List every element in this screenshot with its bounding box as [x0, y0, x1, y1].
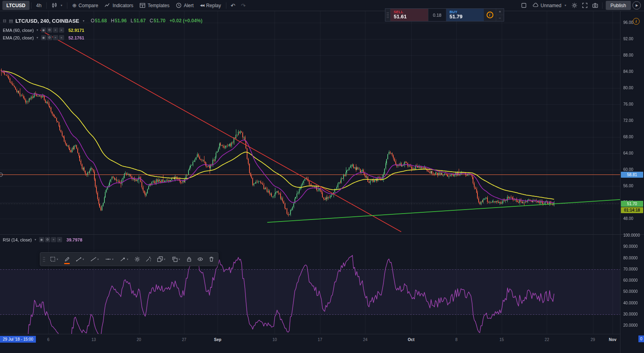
cloud-layout-button[interactable]: Unnamed ▾: [529, 1, 569, 10]
fullscreen-button[interactable]: [580, 1, 590, 10]
drag-handle[interactable]: [41, 253, 47, 265]
close-icon[interactable]: ×: [57, 237, 62, 242]
indicator-ema20[interactable]: EMA (20, close) ▾ ◉ ⚙ + × 52.1761: [3, 34, 202, 41]
indicator-rsi[interactable]: RSI (14, close) ▾ ◉ ⚙ + × 39.7978: [3, 236, 82, 243]
add-icon[interactable]: +: [53, 27, 58, 33]
close-icon[interactable]: ×: [59, 27, 64, 33]
horizontal-line-tool-button[interactable]: ▾: [102, 253, 117, 265]
countdown-tag: 01:14:18: [621, 207, 643, 213]
open-label: O: [91, 18, 94, 24]
top-toolbar: LTCUSD 4h ▾ ⊕ Compare Indicators Templat…: [0, 0, 644, 11]
minus-button[interactable]: −: [496, 15, 504, 21]
add-icon[interactable]: +: [51, 237, 56, 242]
layers-icon: [157, 256, 163, 262]
delete-button[interactable]: [206, 253, 217, 265]
selection-icon: [50, 256, 56, 262]
data-warning-icon[interactable]: i: [633, 18, 640, 25]
rsi-axis-label: 70.0000: [623, 267, 638, 271]
brush-tool-button[interactable]: [61, 253, 73, 265]
trend-line-tool-button[interactable]: ▾: [73, 253, 87, 265]
chart-style-button[interactable]: ▾: [48, 1, 65, 10]
chart-canvas[interactable]: [0, 11, 644, 353]
price-axis-label: 64.00: [623, 151, 633, 155]
buy-button[interactable]: BUY 51.79: [446, 9, 484, 21]
arrow-line-tool-button[interactable]: ▾: [117, 253, 132, 265]
grip-dots-icon: [43, 256, 45, 263]
indicator-ema60[interactable]: EMA (60, close) ▾ ◉ ⚙ + × 52.9171: [3, 27, 202, 33]
time-range-tag: 29 Jul '18 - 15:00: [0, 336, 36, 343]
gear-icon[interactable]: ⚙: [45, 237, 50, 242]
chevron-down-icon: ▾: [164, 258, 165, 261]
chart-area: ⊟ ▤ LTC/USD, 240, COINBASE ▾ O51.68 H51.…: [0, 11, 644, 353]
price-axis[interactable]: 96.0092.0088.0084.0080.0076.0072.0068.00…: [620, 11, 644, 353]
play-icon: ▶: [636, 4, 638, 7]
ema60-value: 52.9171: [69, 28, 84, 33]
pane-style-icon[interactable]: ▤: [9, 18, 13, 24]
undo-button[interactable]: ↶: [228, 1, 238, 10]
sell-button[interactable]: SELL 51.61: [391, 9, 428, 21]
gear-icon[interactable]: ⚙: [47, 27, 52, 33]
redo-button[interactable]: ↷: [238, 1, 249, 10]
play-button[interactable]: ▶: [632, 1, 641, 10]
close-label: C: [150, 18, 153, 24]
time-axis-label: 8: [455, 337, 457, 342]
alert-clock-icon: [176, 2, 182, 8]
separator: [67, 2, 67, 9]
plus-button[interactable]: +: [496, 9, 504, 15]
extended-line-tool-button[interactable]: ▾: [87, 253, 102, 265]
magic-tool-button[interactable]: [143, 253, 154, 265]
time-axis[interactable]: 29 Jul '18 - 15:00 6132027Sep101724Oct81…: [0, 334, 620, 353]
templates-button[interactable]: Templates: [136, 1, 173, 10]
chevron-down-icon: ▾: [57, 258, 58, 261]
price-axis-label: 56.00: [623, 184, 633, 188]
level-price-tag[interactable]: 58.81: [621, 172, 643, 178]
gear-icon[interactable]: ⚙: [47, 35, 52, 40]
layout-grid-button[interactable]: [519, 1, 529, 10]
grip-dots-icon: [386, 12, 389, 19]
drag-handle[interactable]: [385, 9, 391, 21]
compare-button[interactable]: ⊕ Compare: [69, 1, 101, 10]
chart-title[interactable]: LTC/USD, 240, COINBASE: [16, 18, 79, 24]
symbol-button[interactable]: LTCUSD: [2, 1, 29, 10]
replay-button[interactable]: ◀◀ Replay: [197, 1, 224, 10]
time-axis-label: 22: [545, 337, 549, 342]
hide-button[interactable]: [194, 253, 206, 265]
clone-button[interactable]: ▾: [169, 253, 183, 265]
chevron-down-icon: ▾: [179, 258, 180, 261]
screenshot-button[interactable]: [590, 1, 601, 10]
order-info-button[interactable]: i: [484, 9, 496, 21]
eye-icon[interactable]: ◉: [39, 237, 44, 242]
close-icon[interactable]: ×: [59, 35, 64, 40]
rsi-axis-label: 30.0000: [623, 312, 638, 316]
order-panel: SELL 51.61 0.18 BUY 51.79 i + −: [385, 8, 504, 22]
drawing-settings-button[interactable]: [132, 253, 143, 265]
indicators-button[interactable]: Indicators: [101, 1, 136, 10]
eye-icon[interactable]: ◉: [41, 27, 46, 33]
compare-plus-icon: ⊕: [72, 3, 77, 8]
high-value: 51.96: [115, 18, 127, 24]
spread-value: 0.18: [428, 9, 446, 21]
chevron-down-icon: ▾: [565, 4, 566, 7]
alert-button[interactable]: Alert: [173, 1, 197, 10]
cursor-tool-button[interactable]: ▾: [47, 253, 61, 265]
eye-icon[interactable]: ◉: [41, 35, 46, 40]
buy-price: 51.79: [450, 14, 481, 20]
sell-price: 51.61: [394, 14, 425, 20]
lock-button[interactable]: [183, 253, 194, 265]
publish-button[interactable]: Publish: [606, 1, 631, 10]
replay-label: Replay: [206, 3, 221, 8]
copy-icon: [172, 256, 178, 262]
settings-button[interactable]: [569, 1, 580, 10]
rsi-axis-label: 90.0000: [623, 244, 638, 249]
rsi-axis-label: 80.0000: [623, 256, 638, 260]
interval-button[interactable]: 4h: [33, 1, 45, 10]
collapse-pane-icon[interactable]: ⊟: [3, 18, 6, 24]
price-axis-label: 60.00: [623, 167, 633, 172]
ema60-label: EMA (60, close): [3, 28, 34, 33]
add-icon[interactable]: +: [53, 35, 58, 40]
time-axis-label: 15: [499, 337, 504, 342]
price-axis-label: 80.00: [623, 86, 633, 90]
low-value: 51.67: [134, 18, 146, 24]
price-axis-label: 84.00: [623, 69, 633, 74]
layers-button[interactable]: ▾: [154, 253, 169, 265]
